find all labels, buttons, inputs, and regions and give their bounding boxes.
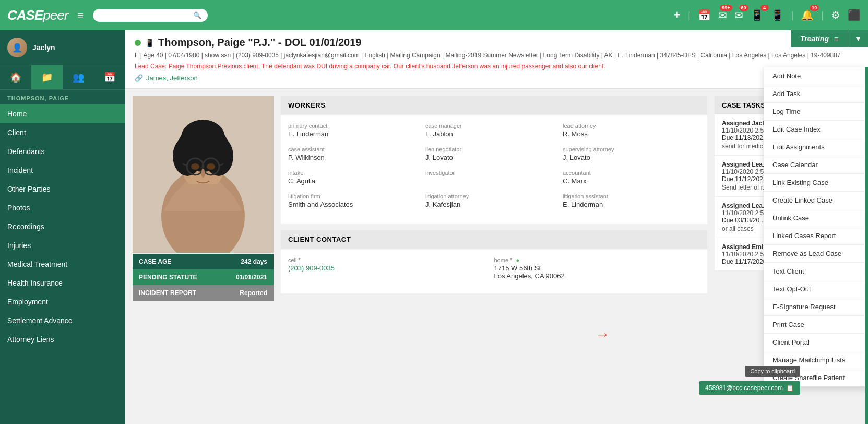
dropdown-edit-case-index[interactable]: Edit Case Index	[764, 121, 867, 138]
workers-grid: primary contact E. Linderman case manage…	[281, 115, 707, 224]
worker-lien-negotiator: lien negotiator J. Lovato	[425, 146, 563, 161]
dropdown-scrollbar[interactable]	[865, 67, 868, 424]
client-name-banner: THOMPSON, PAIGE	[0, 90, 125, 104]
dropdown-link-existing-case[interactable]: Link Existing Case	[764, 174, 867, 192]
linked-case-link[interactable]: 🔗 James, Jefferson	[135, 74, 859, 82]
sidebar-item-medical-treatment[interactable]: Medical Treatment	[0, 255, 125, 274]
search-bar: 🔍	[93, 9, 208, 22]
bell-icon[interactable]: 🔔 10	[801, 9, 814, 21]
sidebar-item-attorney-liens[interactable]: Attorney Liens	[0, 330, 125, 349]
sidebar-item-defendants[interactable]: Defendants	[0, 142, 125, 161]
dropdown-add-note[interactable]: Add Note	[764, 67, 867, 85]
logout-icon[interactable]: ⬛	[848, 9, 861, 21]
sidebar-item-incident[interactable]: Incident	[0, 161, 125, 180]
dropdown-create-linked-case[interactable]: Create Linked Case	[764, 192, 867, 209]
case-body: CASE AGE 242 days PENDING STATUTE 01/01/…	[125, 89, 868, 308]
sidebar-item-health-insurance[interactable]: Health Insurance	[0, 274, 125, 292]
worker-name: R. Moss	[563, 130, 700, 138]
sidebar-item-injuries[interactable]: Injuries	[0, 236, 125, 255]
case-meta-line1: F | Age 40 | 07/04/1980 | show ssn | (20…	[135, 52, 841, 59]
workers-section: WORKERS primary contact E. Linderman cas…	[281, 96, 707, 301]
client-contact-section: CLIENT CONTACT cell * (203) 909-0035 hom…	[281, 230, 707, 293]
clipboard-tooltip: Copy to clipboard	[745, 366, 800, 377]
sidebar-item-recordings[interactable]: Recordings	[0, 217, 125, 236]
worker-name: C. Marx	[563, 177, 700, 185]
worker-label: primary contact	[288, 123, 425, 129]
email-badge-display[interactable]: 458981@bcc.casepeer.com 📋	[699, 381, 800, 395]
workers-section-header: WORKERS	[281, 96, 707, 114]
link-icon: 🔗	[135, 74, 143, 82]
dropdown-client-portal[interactable]: Client Portal	[764, 334, 867, 351]
dropdown-text-client[interactable]: Text Client	[764, 263, 867, 280]
dropdown-linked-cases-report[interactable]: Linked Cases Report	[764, 227, 867, 245]
logo[interactable]: CASEpeer	[7, 8, 68, 22]
sidebar-people-icon[interactable]: 👥	[63, 65, 94, 89]
copy-icon: 📋	[786, 384, 794, 392]
treating-btn-area: Treating ≡ ▼	[791, 30, 868, 47]
email-address: 458981@bcc.casepeer.com	[705, 384, 783, 392]
case-title: Thompson, Paige "P.J." - DOL 01/01/2019	[158, 37, 361, 49]
sidebar-item-photos[interactable]: Photos	[0, 198, 125, 217]
case-meta: F | Age 40 | 07/04/1980 | show ssn | (20…	[135, 51, 859, 61]
treating-button[interactable]: Treating ≡	[791, 30, 848, 47]
client-photo-image	[133, 96, 274, 253]
worker-lead-attorney: lead attorney R. Moss	[563, 123, 700, 138]
search-input[interactable]	[99, 11, 190, 19]
worker-label: intake	[288, 170, 425, 176]
sidebar-item-employment[interactable]: Employment	[0, 292, 125, 311]
sidebar-icons: 🏠 📁 👥 📅	[0, 65, 125, 90]
bell-badge: 10	[810, 5, 819, 11]
home-dot-icon: ●	[516, 257, 519, 263]
sidebar-folder-icon[interactable]: 📁	[31, 65, 63, 89]
worker-name: E. Linderman	[288, 130, 425, 138]
sidebar-calendar-icon[interactable]: 📅	[94, 65, 125, 89]
worker-label: lead attorney	[563, 123, 700, 129]
linked-case-name: James, Jefferson	[146, 74, 198, 82]
sidebar-item-settlement-advance[interactable]: Settlement Advance	[0, 311, 125, 330]
worker-name: C. Agulia	[288, 177, 425, 185]
gear-icon[interactable]: ⚙	[831, 9, 840, 21]
phone-icon[interactable]: 📱 4	[751, 9, 764, 21]
sidebar-username: Jaclyn	[32, 43, 55, 52]
home-address2: Los Angeles, CA 90062	[494, 272, 700, 280]
case-age-label: CASE AGE	[139, 258, 171, 265]
sidebar-item-other-parties[interactable]: Other Parties	[0, 180, 125, 198]
search-icon: 🔍	[193, 11, 201, 19]
dropdown-add-task[interactable]: Add Task	[764, 85, 867, 103]
client-contact-header: CLIENT CONTACT	[281, 230, 707, 249]
dropdown-unlink-case[interactable]: Unlink Case	[764, 209, 867, 227]
case-header: 📱 Thompson, Paige "P.J." - DOL 01/01/201…	[125, 30, 868, 89]
treating-dropdown-button[interactable]: ▼	[848, 30, 868, 47]
sidebar: 👤 Jaclyn 🏠 📁 👥 📅 THOMPSON, PAIGE Home Cl…	[0, 30, 125, 424]
worker-label: investigator	[425, 170, 563, 176]
dropdown-log-time[interactable]: Log Time	[764, 103, 867, 121]
case-age-bar: CASE AGE 242 days	[133, 254, 274, 269]
email-icon[interactable]: ✉ 99+	[718, 9, 727, 21]
plus-icon[interactable]: +	[674, 8, 681, 22]
cell-value[interactable]: (203) 909-0035	[288, 264, 494, 272]
dropdown-print-case[interactable]: Print Case	[764, 316, 867, 334]
dropdown-esignature-request[interactable]: E-Signature Request	[764, 298, 867, 316]
dropdown-case-calendar[interactable]: Case Calendar	[764, 156, 867, 174]
worker-name: Smith and Associates	[288, 201, 425, 208]
sidebar-item-client[interactable]: Client	[0, 123, 125, 142]
sidebar-item-home[interactable]: Home	[0, 104, 125, 123]
hamburger-icon[interactable]: ≡	[77, 9, 84, 21]
case-title-row: 📱 Thompson, Paige "P.J." - DOL 01/01/201…	[135, 37, 859, 49]
dropdown-text-opt-out[interactable]: Text Opt-Out	[764, 280, 867, 298]
calendar-icon[interactable]: 📅	[698, 9, 711, 21]
worker-label: case manager	[425, 123, 563, 129]
phone-icon: 📱	[145, 39, 154, 47]
dropdown-edit-assignments[interactable]: Edit Assignments	[764, 138, 867, 156]
sidebar-home-icon[interactable]: 🏠	[0, 65, 31, 89]
worker-investigator: investigator	[425, 170, 563, 185]
dropdown-remove-lead-case[interactable]: Remove as Lead Case	[764, 245, 867, 263]
worker-litigation-assistant: litigation assistant E. Linderman	[563, 193, 700, 208]
worker-name: P. Wilkinson	[288, 154, 425, 161]
worker-label: litigation assistant	[563, 193, 700, 199]
tablet-icon[interactable]: 📱	[771, 9, 784, 21]
worker-litigation-attorney: litigation attorney J. Kafesjian	[425, 193, 563, 208]
mail2-icon[interactable]: ✉ 60	[734, 9, 743, 21]
pending-value: 01/01/2021	[236, 274, 267, 281]
avatar-img: 👤	[7, 38, 27, 57]
